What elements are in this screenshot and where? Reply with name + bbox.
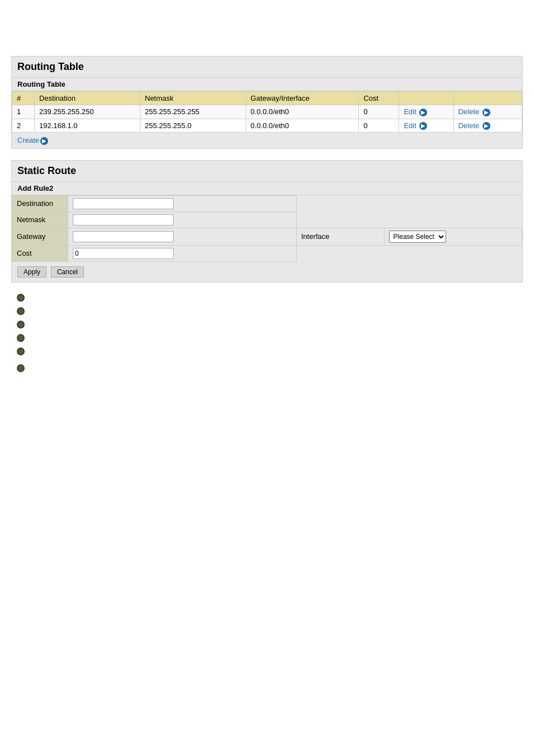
netmask-input[interactable]	[73, 214, 174, 226]
cost-input[interactable]	[73, 248, 174, 259]
destination-input-cell	[68, 195, 297, 212]
cell-gateway-0: 0.0.0.0/eth0	[246, 105, 359, 119]
bullet-item-5	[17, 348, 523, 355]
col-destination: Destination	[34, 92, 140, 105]
destination-label: Destination	[12, 195, 68, 212]
table-row: 1 239.255.255.250 255.255.255.255 0.0.0.…	[12, 105, 522, 119]
interface-select-cell: Please Select	[384, 228, 522, 245]
edit-link-1[interactable]: Edit ▶	[404, 121, 427, 130]
interface-label-cell: Interface	[296, 228, 384, 245]
interface-label: Interface	[301, 232, 334, 241]
gateway-label: Gateway	[12, 228, 68, 245]
delete-link-1[interactable]: Delete ▶	[458, 121, 490, 130]
cell-destination-0: 239.255.255.250	[34, 105, 140, 119]
netmask-extra-1	[296, 212, 384, 228]
bullet-dot-2	[17, 307, 25, 315]
create-link[interactable]: Create▶	[17, 136, 48, 144]
netmask-extra-2	[384, 212, 522, 228]
bullet-item-6	[17, 364, 523, 372]
cell-netmask-1: 255.255.255.0	[140, 119, 246, 133]
routing-table-section: Routing Table Routing Table # Destinatio…	[11, 56, 523, 149]
gateway-row: Gateway Interface Please Select	[12, 228, 522, 245]
bullet-item-extra	[17, 364, 523, 372]
routing-table-title: Routing Table	[12, 57, 522, 78]
col-num: #	[12, 92, 35, 105]
col-netmask: Netmask	[140, 92, 246, 105]
col-cost: Cost	[359, 92, 399, 105]
delete-icon-1: ▶	[483, 122, 490, 130]
static-route-form: Destination Netmask Gateway Interface	[12, 195, 522, 262]
cost-row: Cost	[12, 245, 522, 261]
table-row: 2 192.168.1.0 255.255.255.0 0.0.0.0/eth0…	[12, 119, 522, 133]
bullet-dot-4	[17, 334, 25, 342]
cell-gateway-1: 0.0.0.0/eth0	[246, 119, 359, 133]
delete-icon-0: ▶	[483, 109, 490, 116]
netmask-input-cell	[68, 212, 297, 228]
routing-table: # Destination Netmask Gateway/Interface …	[12, 91, 522, 133]
gateway-input-cell	[68, 228, 297, 245]
netmask-label: Netmask	[12, 212, 68, 228]
static-route-title: Static Route	[12, 161, 522, 182]
cost-extra-2	[384, 245, 522, 261]
col-edit	[399, 92, 453, 105]
create-icon: ▶	[40, 137, 48, 145]
interface-select[interactable]: Please Select	[389, 231, 446, 243]
col-delete	[453, 92, 522, 105]
static-route-section: Static Route Add Rule2 Destination Netma…	[11, 160, 523, 283]
edit-icon-0: ▶	[419, 109, 427, 116]
bullet-item-1	[17, 294, 523, 302]
cancel-button[interactable]: Cancel	[51, 266, 84, 278]
col-gateway: Gateway/Interface	[246, 92, 359, 105]
bullet-item-2	[17, 307, 523, 315]
destination-input[interactable]	[73, 198, 174, 209]
bullet-dot-5	[17, 348, 25, 355]
bullet-dot-6	[17, 364, 25, 372]
cell-netmask-0: 255.255.255.255	[140, 105, 246, 119]
cell-edit-0: Edit ▶	[399, 105, 453, 119]
cell-num-1: 2	[12, 119, 35, 133]
buttons-row: Apply Cancel	[12, 262, 522, 282]
cell-cost-0: 0	[359, 105, 399, 119]
bullet-item-4	[17, 334, 523, 342]
cell-edit-1: Edit ▶	[399, 119, 453, 133]
netmask-row: Netmask	[12, 212, 522, 228]
edit-link-0[interactable]: Edit ▶	[404, 107, 427, 116]
cost-extra-1	[296, 245, 384, 261]
gateway-input[interactable]	[73, 231, 174, 242]
create-row: Create▶	[12, 133, 522, 148]
cost-input-cell	[68, 245, 297, 261]
cell-destination-1: 192.168.1.0	[34, 119, 140, 133]
delete-link-0[interactable]: Delete ▶	[458, 107, 490, 116]
bullet-item-3	[17, 321, 523, 328]
destination-row: Destination	[12, 195, 522, 212]
cost-label: Cost	[12, 245, 68, 261]
apply-button[interactable]: Apply	[17, 266, 46, 278]
static-route-subtitle: Add Rule2	[12, 182, 522, 195]
cell-delete-0: Delete ▶	[453, 105, 522, 119]
bullet-dot-1	[17, 294, 25, 302]
bullet-section	[11, 294, 523, 372]
cell-num-0: 1	[12, 105, 35, 119]
destination-extra-2	[384, 195, 522, 212]
destination-extra-1	[296, 195, 384, 212]
bullet-dot-3	[17, 321, 25, 328]
edit-icon-1: ▶	[419, 122, 427, 130]
cell-delete-1: Delete ▶	[453, 119, 522, 133]
cell-cost-1: 0	[359, 119, 399, 133]
routing-table-subtitle: Routing Table	[12, 78, 522, 91]
